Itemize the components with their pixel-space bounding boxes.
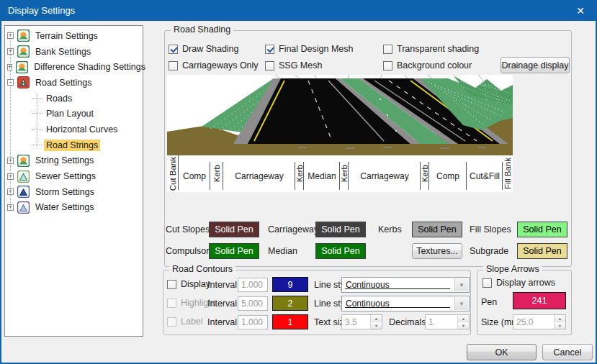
- tree-connector: [32, 145, 42, 146]
- window-title: Display Settings: [8, 5, 75, 16]
- interval-label: Interval: [207, 317, 237, 327]
- tree-connector: [32, 129, 42, 130]
- display-settings-dialog: Display Settings ✕ + Terrain Settings + …: [0, 0, 597, 364]
- segment-label: Comp: [183, 166, 206, 181]
- terrain-icon: [16, 61, 28, 73]
- tree-item-terrain-settings[interactable]: + Terrain Settings: [5, 28, 143, 44]
- segment-label: Kerb: [212, 165, 221, 182]
- pen-label: Pen: [481, 297, 497, 307]
- spinner-up-icon[interactable]: ▲: [458, 315, 469, 322]
- checkbox-box: [167, 299, 176, 308]
- checkbox-label: Background colour: [397, 60, 472, 70]
- cut-slopes-pen-button[interactable]: Solid Pen: [209, 222, 259, 237]
- collapse-toggle[interactable]: -: [7, 79, 14, 86]
- segment-label: Carriageway: [360, 166, 408, 181]
- highlight-interval-field[interactable]: 5.000: [238, 296, 268, 311]
- segment-label: Cut&Fill: [470, 166, 500, 181]
- interval-label: Interval: [207, 280, 237, 290]
- expand-toggle[interactable]: +: [7, 64, 12, 70]
- spinner-up-icon[interactable]: ▲: [555, 315, 565, 322]
- fill-slopes-pen-button[interactable]: Solid Pen: [517, 222, 567, 237]
- subgrade-pen-button[interactable]: Solid Pen: [517, 243, 567, 259]
- text-size-spinner[interactable]: 3.5 ▲▼: [341, 314, 382, 329]
- checkbox-final-design-mesh[interactable]: Final Design Mesh: [265, 43, 354, 55]
- water-icon: [17, 201, 30, 214]
- label-interval-field[interactable]: 1.000: [238, 315, 268, 329]
- tree-item-storm-settings[interactable]: + Storm Settings: [5, 184, 143, 200]
- expand-toggle[interactable]: +: [7, 188, 14, 195]
- compulsory-pen-button[interactable]: Solid Pen: [209, 243, 259, 259]
- tree-item-bank-settings[interactable]: + Bank Settings: [5, 44, 143, 60]
- display-pen-chip[interactable]: 9: [272, 277, 308, 292]
- chevron-down-icon[interactable]: ▼: [454, 297, 468, 310]
- chevron-down-icon[interactable]: ▼: [454, 278, 468, 291]
- ok-button[interactable]: OK: [467, 344, 537, 360]
- checkbox-draw-shading[interactable]: Draw Shading: [169, 43, 239, 55]
- segment-cut-fill: Cut&Fill: [467, 155, 503, 192]
- segment-label: Comp: [436, 166, 459, 181]
- checkbox-transparent-shading[interactable]: Transparent shading: [383, 43, 479, 55]
- checkbox-background-colour[interactable]: Background colour: [383, 60, 472, 71]
- tree-item-horizontal-curves[interactable]: Horizontal Curves: [5, 122, 143, 137]
- spinner-up-icon[interactable]: ▲: [371, 315, 382, 322]
- median-pen-button[interactable]: Solid Pen: [315, 243, 366, 259]
- sewer-icon: [17, 170, 30, 183]
- tree-item-roads[interactable]: Roads: [5, 91, 143, 106]
- expand-toggle[interactable]: +: [7, 32, 14, 39]
- checkbox-label: Display: [181, 279, 210, 289]
- spinner-down-icon[interactable]: ▼: [371, 322, 382, 329]
- close-icon[interactable]: ✕: [564, 0, 597, 21]
- checkbox-ssg-mesh[interactable]: SSG Mesh: [265, 60, 322, 71]
- checkbox-carriageways-only[interactable]: Carriageways Only: [169, 60, 259, 71]
- tree-item-difference-shading-settings[interactable]: + Difference Shading Settings: [5, 59, 143, 75]
- spinner-down-icon[interactable]: ▼: [458, 322, 469, 329]
- tree-item-label: Difference Shading Settings: [32, 61, 148, 73]
- decimals-spinner[interactable]: 1 ▲▼: [425, 314, 470, 329]
- storm-icon: [17, 186, 30, 198]
- tree-item-plan-layout[interactable]: Plan Layout: [5, 106, 143, 122]
- spinner-down-icon[interactable]: ▼: [555, 322, 565, 329]
- checkbox-label-contours[interactable]: Label: [167, 316, 203, 327]
- tree-item-label: Terrain Settings: [33, 30, 100, 42]
- checkbox-label: Final Design Mesh: [279, 44, 354, 54]
- compulsory-label: Compulsory: [166, 246, 214, 256]
- tree-item-label: Sewer Settings: [33, 170, 98, 182]
- checkbox-box: [383, 45, 392, 54]
- checkbox-display[interactable]: Display: [167, 278, 210, 290]
- cancel-button[interactable]: Cancel: [542, 344, 593, 360]
- arrow-size-spinner[interactable]: 25.0 ▲▼: [513, 314, 566, 329]
- drainage-display-button[interactable]: Drainage display: [501, 57, 570, 73]
- spinner-buttons[interactable]: ▲▼: [554, 315, 565, 329]
- expand-toggle[interactable]: +: [7, 173, 14, 180]
- segment-median: Median: [304, 155, 340, 192]
- tree-item-string-settings[interactable]: + String Settings: [5, 153, 143, 169]
- display-interval-field[interactable]: 1.000: [238, 278, 268, 292]
- carriageway-pen-button[interactable]: Solid Pen: [315, 222, 366, 237]
- tree-item-label: String Settings: [33, 155, 96, 166]
- tree-item-sewer-settings[interactable]: + Sewer Settings: [5, 168, 143, 184]
- segment-fill-bank: Fill Bank: [503, 155, 513, 192]
- segment-comp-right: Comp: [429, 155, 467, 192]
- tree-item-road-settings[interactable]: - Road Settings: [5, 75, 143, 91]
- segment-kerb: Kerb: [340, 155, 349, 192]
- slope-arrows-pen-chip[interactable]: 241: [513, 292, 566, 309]
- highlight-pen-chip[interactable]: 2: [272, 296, 308, 311]
- segment-label: Kerb: [421, 165, 429, 182]
- tree-item-road-strings[interactable]: Road Strings: [5, 137, 143, 153]
- tree-item-label: Road Settings: [33, 77, 94, 88]
- segment-comp-left: Comp: [179, 155, 210, 192]
- display-line-style-select[interactable]: Continuous ▼: [341, 277, 470, 293]
- checkbox-display-arrows[interactable]: Display arrows: [482, 277, 555, 288]
- highlight-line-style-select[interactable]: Continuous ▼: [341, 296, 470, 311]
- spinner-buttons[interactable]: ▲▼: [370, 315, 382, 329]
- textures-button[interactable]: Textures...: [412, 243, 462, 259]
- expand-toggle[interactable]: +: [7, 158, 14, 164]
- kerbs-pen-button[interactable]: Solid Pen: [412, 222, 462, 237]
- label-pen-chip[interactable]: 1: [272, 314, 308, 329]
- checkbox-box: [169, 45, 178, 54]
- tree-item-water-settings[interactable]: + Water Settings: [5, 200, 143, 216]
- expand-toggle[interactable]: +: [7, 204, 14, 211]
- cut-slopes-label: Cut Slopes: [166, 224, 210, 235]
- expand-toggle[interactable]: +: [7, 48, 14, 55]
- spinner-buttons[interactable]: ▲▼: [457, 315, 469, 329]
